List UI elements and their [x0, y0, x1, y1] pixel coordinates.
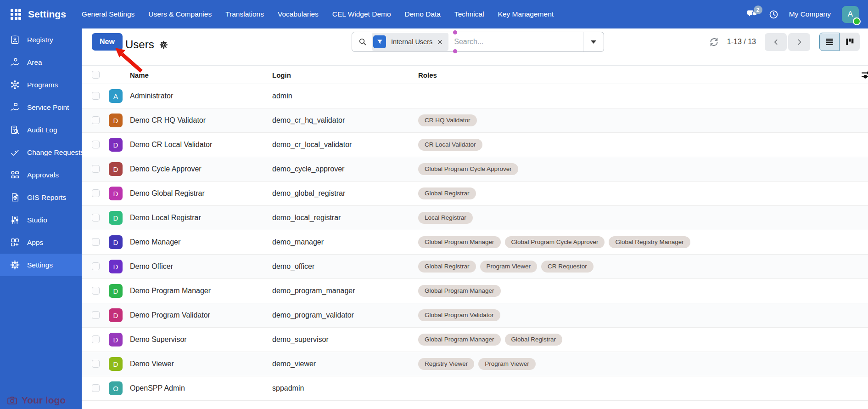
search-input[interactable] [448, 38, 583, 46]
sidebar-item-label: Area [27, 58, 42, 67]
users-table: Name Login Roles AAdministratoradminDDem… [82, 65, 868, 401]
row-checkbox[interactable] [92, 238, 100, 246]
sidebar-item-service-point[interactable]: Service Point [0, 96, 82, 119]
page: Settings General SettingsUsers & Compani… [0, 0, 868, 409]
table-row[interactable]: DDemo Program Managerdemo_program_manage… [82, 279, 868, 303]
shapes-icon [10, 170, 20, 180]
cell-name: Demo CR HQ Validator [130, 108, 206, 132]
sidebar-item-label: Studio [27, 216, 47, 224]
role-badge: CR HQ Validator [418, 114, 477, 126]
row-checkbox[interactable] [92, 335, 100, 343]
role-badge: Registry Viewer [418, 358, 474, 370]
pager-next-button[interactable] [788, 33, 810, 51]
avatar: D [109, 211, 123, 225]
kanban-view-button[interactable] [840, 33, 860, 51]
sidebar-item-programs[interactable]: Programs [0, 74, 82, 96]
apps-menu-icon[interactable] [11, 9, 21, 20]
table-row[interactable]: OOpenSPP Adminsppadmin [82, 376, 868, 401]
table-row[interactable]: DDemo Global Registrardemo_global_regist… [82, 182, 868, 206]
page-title: Users [125, 39, 154, 50]
sidebar-item-gis-reports[interactable]: GIS Reports [0, 186, 82, 209]
topmenu-item-general-settings[interactable]: General Settings [82, 10, 134, 18]
new-button[interactable]: New [92, 33, 123, 51]
topmenu-item-users-companies[interactable]: Users & Companies [148, 10, 212, 18]
check-pencil-icon [10, 147, 20, 158]
table-row[interactable]: DDemo CR HQ Validatordemo_cr_hq_validato… [82, 108, 868, 133]
search-icon [358, 37, 367, 46]
pager-range: 1-13 / 13 [727, 38, 756, 46]
column-header-name[interactable]: Name [130, 71, 149, 79]
topmenu-item-key-management[interactable]: Key Management [498, 10, 554, 18]
row-checkbox[interactable] [92, 92, 100, 100]
cell-login: admin [272, 84, 292, 108]
refresh-icon[interactable] [709, 37, 719, 47]
cell-roles: CR Local Validator [418, 133, 482, 157]
sidebar-item-audit-log[interactable]: Audit Log [0, 119, 82, 141]
view-settings-gear-icon[interactable] [159, 40, 168, 49]
topmenu-item-vocabularies[interactable]: Vocabularies [278, 10, 319, 18]
avatar: D [109, 138, 123, 152]
table-row[interactable]: DDemo Cycle Approverdemo_cycle_approverG… [82, 157, 868, 182]
cell-login: demo_manager [272, 230, 324, 254]
cell-roles: Global Registrar [418, 182, 476, 205]
role-badge: Global Registrar [418, 187, 476, 199]
list-view-button[interactable] [819, 33, 840, 51]
row-checkbox[interactable] [92, 287, 100, 295]
messages-button[interactable]: 2 [746, 9, 758, 20]
column-header-roles[interactable]: Roles [418, 71, 437, 79]
table-row[interactable]: DDemo Supervisordemo_supervisorGlobal Pr… [82, 328, 868, 352]
company-switcher[interactable]: My Company [789, 10, 831, 18]
role-badge: Program Viewer [478, 358, 536, 370]
sidebar-item-apps[interactable]: Apps [0, 231, 82, 254]
row-checkbox[interactable] [92, 360, 100, 368]
row-checkbox[interactable] [92, 311, 100, 319]
table-row[interactable]: DDemo Managerdemo_managerGlobal Program … [82, 230, 868, 255]
topmenu-item-cel-widget-demo[interactable]: CEL Widget Demo [332, 10, 391, 18]
cell-name: Demo Officer [130, 255, 173, 278]
row-checkbox[interactable] [92, 141, 100, 148]
sidebar-item-area[interactable]: Area [0, 51, 82, 74]
role-badge: CR Requestor [541, 261, 594, 273]
kanban-view-icon [845, 37, 854, 46]
pager-previous-button[interactable] [765, 33, 787, 51]
user-menu[interactable]: A [842, 6, 859, 23]
facet-close-icon[interactable] [437, 39, 443, 45]
row-checkbox[interactable] [92, 214, 100, 222]
table-row[interactable]: AAdministratoradmin [82, 84, 868, 108]
select-all-checkbox[interactable] [92, 71, 100, 79]
cell-roles: CR HQ Validator [418, 108, 477, 132]
row-checkbox[interactable] [92, 116, 100, 124]
table-row[interactable]: DDemo Program Validatordemo_program_vali… [82, 303, 868, 328]
search-dropdown-toggle[interactable] [583, 32, 604, 51]
column-header-login[interactable]: Login [272, 71, 291, 79]
role-badge: Local Registrar [418, 212, 473, 224]
sidebar-item-registry[interactable]: Registry [0, 28, 82, 51]
role-badge: Global Registrar [418, 261, 476, 273]
sidebar-item-settings[interactable]: Settings [0, 254, 82, 276]
activities-clock-icon[interactable] [768, 9, 779, 20]
role-badge: Global Registrar [505, 334, 563, 346]
table-row[interactable]: DDemo CR Local Validatordemo_cr_local_va… [82, 133, 868, 157]
chevron-down-icon [591, 40, 596, 44]
row-checkbox[interactable] [92, 165, 100, 173]
row-checkbox[interactable] [92, 189, 100, 197]
sidebar-item-approvals[interactable]: Approvals [0, 164, 82, 186]
row-checkbox[interactable] [92, 262, 100, 270]
filter-funnel-icon[interactable] [373, 35, 386, 48]
row-checkbox[interactable] [92, 384, 100, 392]
topmenu-item-translations[interactable]: Translations [225, 10, 264, 18]
cell-name: Demo Program Manager [130, 279, 211, 303]
table-row[interactable]: DDemo Officerdemo_officerGlobal Registra… [82, 255, 868, 279]
topmenu-item-demo-data[interactable]: Demo Data [405, 10, 441, 18]
table-row[interactable]: DDemo Local Registrardemo_local_registra… [82, 206, 868, 230]
cell-login: demo_supervisor [272, 328, 329, 352]
optional-columns-icon[interactable] [861, 69, 868, 81]
role-badge: Program Viewer [480, 261, 538, 273]
sidebar-item-studio[interactable]: Studio [0, 209, 82, 231]
cell-name: Demo Global Registrar [130, 182, 205, 205]
topmenu-item-technical[interactable]: Technical [454, 10, 484, 18]
table-row[interactable]: DDemo Viewerdemo_viewerRegistry ViewerPr… [82, 352, 868, 376]
facet-label: Internal Users [386, 38, 437, 45]
sidebar-item-change-requests[interactable]: Change Requests [0, 141, 82, 164]
role-badge: Global Registry Manager [609, 236, 690, 248]
